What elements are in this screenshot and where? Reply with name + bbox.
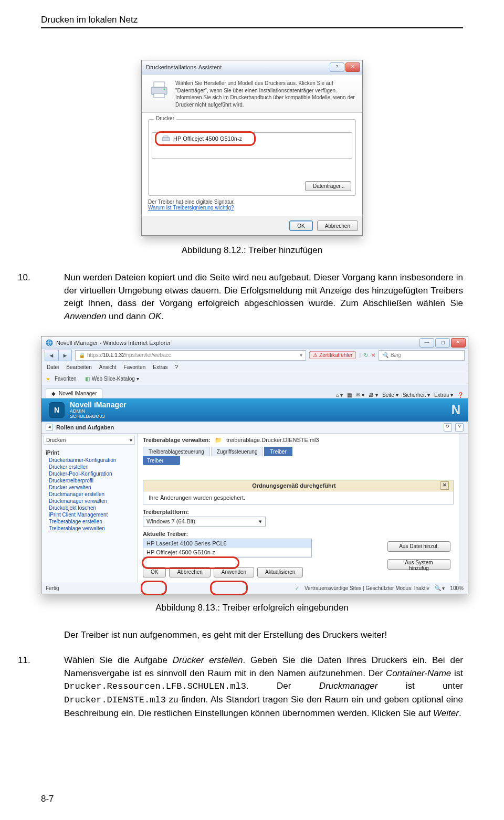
red-highlight-ok	[141, 581, 167, 595]
sidebar-link[interactable]: Druckobjekt löschen	[46, 504, 133, 511]
help-button[interactable]: ?	[330, 62, 344, 72]
page-number: 8-7	[41, 794, 54, 804]
ie-tab-row: ◆ Novell iManager ⌂ ▾ ▦ ✉ ▾ 🖶 ▾ Seite ▾ …	[41, 385, 468, 398]
collapse-icon[interactable]: ◄	[46, 424, 53, 431]
success-title: Ordnungsgemäß durchgeführt	[148, 482, 440, 489]
current-drivers-label: Aktuelle Treiber:	[143, 531, 454, 537]
maximize-button[interactable]: ◻	[435, 338, 450, 348]
sidebar-link[interactable]: Treiberablage verwalten	[46, 525, 133, 532]
signature-link[interactable]: Warum ist Treibersignierung wichtig?	[148, 205, 234, 211]
feed-icon[interactable]: ▦	[347, 392, 352, 398]
security-menu[interactable]: Sicherheit ▾	[403, 392, 430, 398]
imanager-header: N Novell iManager ADMINSCHULBAUM03 N	[41, 398, 468, 422]
paragraph-success: Der Treiber ist nun aufgenommen, es geht…	[41, 629, 463, 642]
trusted-zone-icon: ✓	[295, 585, 299, 591]
toolbar-icon[interactable]: ?	[455, 423, 464, 432]
zoom-icon[interactable]: 🔍 ▾	[435, 585, 445, 591]
menu-bearbeiten[interactable]: Bearbeiten	[66, 364, 91, 370]
browser-tab[interactable]: ◆ Novell iManager	[46, 388, 102, 398]
menu-help[interactable]: ?	[175, 364, 178, 370]
close-button[interactable]: ✕	[451, 338, 466, 348]
selected-driver-highlight: HP Officejet 4500 G510n-z	[155, 131, 256, 146]
paragraph-10: 10.Nun werden Dateien kopiert und die Se…	[41, 271, 463, 323]
platform-select[interactable]: Windows 7 (64-Bit)▾	[143, 517, 266, 527]
sidebar-link[interactable]: Druckmanager verwalten	[46, 498, 133, 504]
sidebar-link[interactable]: Drucker-Pool-Konfiguration	[46, 470, 133, 477]
figure-caption-1: Abbildung 8.12.: Treiber hinzufügen	[41, 245, 463, 256]
tab-control[interactable]: Treiberablagesteuerung	[143, 447, 210, 456]
toolbar-icon[interactable]: ⟳	[444, 423, 452, 432]
tab-driver[interactable]: Treiber	[264, 447, 292, 456]
sidebar-link[interactable]: Druckmanager erstellen	[46, 491, 133, 498]
add-from-file-button[interactable]: Aus Datei hinzuf.	[387, 541, 450, 552]
cert-error-badge[interactable]: ⚠Zertifikatfehler	[309, 351, 356, 359]
star-icon[interactable]: ★	[46, 376, 50, 382]
mail-icon[interactable]: ✉ ▾	[356, 392, 364, 398]
back-button[interactable]: ◄	[45, 350, 58, 361]
subtab-driver[interactable]: Treiber	[143, 456, 180, 465]
driver-item[interactable]: HP Officejet 4500 G510n-z	[143, 548, 311, 557]
zoom-value[interactable]: 100%	[450, 585, 464, 591]
stop-icon[interactable]: ✕	[371, 352, 375, 358]
help-menu[interactable]: ❓	[457, 392, 464, 398]
cancel-button[interactable]: Abbrechen	[317, 220, 358, 231]
menu-datei[interactable]: Datei	[47, 364, 59, 370]
favorites-label: Favoriten	[55, 376, 77, 382]
sidebar-link[interactable]: iPrint Client Management	[46, 511, 133, 518]
menu-ansicht[interactable]: Ansicht	[99, 364, 117, 370]
sidebar: Drucken▾ iPrint Druckerbanner-Konfigurat…	[41, 434, 138, 583]
status-left: Fertig	[46, 585, 59, 591]
sidebar-link[interactable]: Treiberablage erstellen	[46, 518, 133, 525]
imanager-logo: N	[49, 402, 65, 418]
close-icon[interactable]: ✕	[440, 481, 449, 490]
close-button[interactable]: ✕	[345, 62, 360, 72]
selected-driver-name: HP Officejet 4500 G510n-z	[173, 135, 242, 142]
forward-button[interactable]: ►	[58, 350, 72, 361]
novell-n-icon: N	[452, 403, 460, 417]
header-rule	[41, 27, 463, 28]
sidebar-link[interactable]: Druckertreiberprofil	[46, 477, 133, 484]
disk-button[interactable]: Datenträger...	[305, 181, 351, 191]
imanager-screenshot: Novell iManager - Windows Internet Explo…	[41, 336, 468, 594]
ie-icon	[46, 339, 53, 346]
search-field[interactable]: 🔍Bing	[379, 350, 465, 361]
print-icon[interactable]: 🖶 ▾	[369, 392, 378, 398]
minimize-button[interactable]: —	[419, 338, 434, 348]
extras-menu[interactable]: Extras ▾	[434, 392, 453, 398]
svg-rect-2	[154, 93, 164, 98]
figure-caption-2: Abbildung 8.13.: Treiber erfolgreich ein…	[41, 603, 463, 613]
refresh-icon[interactable]: ↻	[364, 352, 368, 358]
imanager-title: Novell iManager	[70, 401, 126, 409]
ok-button[interactable]: OK	[289, 220, 312, 231]
signature-text: Der Treiber hat eine digitale Signatur.	[148, 199, 235, 205]
driver-list[interactable]: HP LaserJet 4100 Series PCL6 HP Officeje…	[143, 539, 312, 558]
add-from-system-button[interactable]: Aus System hinzufüg	[387, 559, 450, 570]
status-zone: Vertrauenswürdige Sites | Geschützter Mo…	[304, 585, 429, 591]
tab-access[interactable]: Zugriffssteuerung	[211, 447, 264, 456]
object-icon: 📁	[215, 437, 222, 444]
page-menu[interactable]: Seite ▾	[382, 392, 398, 398]
success-box: Ordnungsgemäß durchgeführt✕ Ihre Änderun…	[143, 480, 454, 504]
wizard-screenshot: Druckerinstallations-Assistent ? ✕ Wähle…	[141, 60, 363, 236]
sidebar-group-iprint: iPrint	[46, 450, 133, 456]
manage-label: Treiberablage verwalten:	[143, 437, 211, 443]
ie-menubar: Datei Bearbeiten Ansicht Favoriten Extra…	[41, 362, 468, 373]
sidebar-link[interactable]: Drucker verwalten	[46, 484, 133, 491]
ie-status-bar: Fertig ✓ Vertrauenswürdige Sites | Gesch…	[41, 583, 468, 594]
menu-extras[interactable]: Extras	[153, 364, 167, 370]
ie-window-title: Novell iManager - Windows Internet Explo…	[56, 340, 171, 346]
home-icon[interactable]: ⌂ ▾	[336, 392, 343, 398]
webslice-item[interactable]: ◧Web Slice-Katalog ▾	[85, 376, 139, 382]
driver-item[interactable]: HP LaserJet 4100 Series PCL6	[143, 539, 311, 548]
menu-favoriten[interactable]: Favoriten	[124, 364, 146, 370]
platform-label: Treiberplattform:	[143, 509, 454, 515]
sidebar-category-select[interactable]: Drucken▾	[44, 436, 135, 445]
url-field[interactable]: 🔒 https://10.1.1.32/nps/servlet/webacc ▾	[75, 350, 306, 361]
ie-favorites-bar: ★ Favoriten ◧Web Slice-Katalog ▾	[41, 373, 468, 385]
svg-rect-4	[162, 138, 170, 141]
sidebar-link[interactable]: Drucker erstellen	[46, 464, 133, 470]
scrollbar[interactable]	[459, 434, 468, 583]
svg-point-3	[164, 89, 165, 90]
sidebar-link[interactable]: Druckerbanner-Konfiguration	[46, 457, 133, 464]
refresh-button[interactable]: Aktualisieren	[257, 567, 303, 577]
